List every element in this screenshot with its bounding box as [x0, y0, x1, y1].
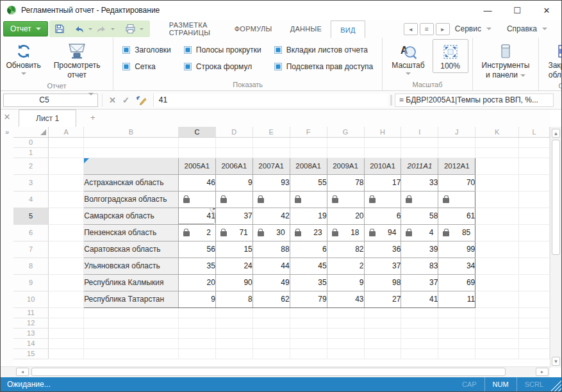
cell-K3[interactable]	[475, 174, 519, 191]
cell-F5[interactable]: 19	[290, 208, 327, 224]
cell-D11[interactable]	[215, 307, 252, 318]
cell-J8[interactable]: 34	[438, 257, 475, 274]
print-dropdown-icon[interactable]	[140, 28, 144, 30]
cell-C4[interactable]	[178, 191, 215, 208]
undo-dropdown-icon[interactable]	[88, 28, 92, 30]
checkbox-подсветка-прав-доступа[interactable]: Подсветка прав доступа	[274, 61, 374, 72]
scroll-left-icon[interactable]: ◂	[16, 368, 29, 376]
cell-F11[interactable]	[290, 307, 327, 318]
column-header-E[interactable]: E	[252, 127, 290, 137]
fill-handle[interactable]	[214, 223, 216, 225]
cell-F4[interactable]	[290, 191, 327, 208]
cell-E13[interactable]	[252, 328, 290, 338]
row-header-3[interactable]: 3	[13, 174, 49, 191]
row-header-9[interactable]: 9	[13, 274, 49, 291]
cell-I0[interactable]	[401, 137, 438, 147]
row-header-6[interactable]: 6	[13, 224, 49, 241]
checkbox-сетка[interactable]: Сетка	[122, 61, 171, 72]
cell-J1[interactable]	[438, 147, 475, 158]
cell-I8[interactable]: 83	[401, 257, 438, 274]
cell-C6[interactable]: 2	[178, 224, 215, 241]
cell-H12[interactable]	[364, 318, 401, 328]
selected-cell-C5[interactable]: 41▶	[178, 208, 215, 224]
cell-D8[interactable]: 24	[215, 257, 252, 274]
cell-I1[interactable]	[401, 147, 438, 158]
cell-D13[interactable]	[215, 328, 252, 338]
cell-F15[interactable]	[290, 348, 327, 359]
save-icon[interactable]	[54, 24, 65, 34]
cell-C7[interactable]: 56	[178, 241, 215, 257]
formula-input[interactable]: 41	[153, 94, 388, 107]
sheet-tab-active[interactable]: Лист 1	[19, 110, 76, 127]
cell-L15[interactable]	[519, 348, 550, 359]
ribbon-tab-формулы[interactable]: ФОРМУЛЫ	[226, 20, 281, 38]
column-header-H[interactable]: H	[364, 127, 401, 137]
cell-J5[interactable]: 61	[438, 208, 475, 224]
cell-G0[interactable]	[327, 137, 364, 147]
cell-F6[interactable]: 23	[290, 224, 327, 241]
cell-C13[interactable]	[178, 328, 215, 338]
cell-D14[interactable]	[215, 338, 252, 348]
cell-I4[interactable]	[401, 191, 438, 208]
cell-C10[interactable]: 9	[178, 291, 215, 307]
cell-F8[interactable]: 45	[290, 257, 327, 274]
cell-G11[interactable]	[327, 307, 364, 318]
cell-K9[interactable]	[475, 274, 519, 291]
region-name-cell[interactable]: Саратовская область	[84, 241, 179, 257]
row-header-5[interactable]: 5	[13, 208, 49, 224]
freeze-panes-button[interactable]: Закрепить области	[543, 39, 562, 81]
cell-A2[interactable]	[49, 158, 84, 174]
cell-H1[interactable]	[364, 147, 401, 158]
cell-J0[interactable]	[438, 137, 475, 147]
year-header-cell-2006A1[interactable]: 2006A1	[215, 158, 252, 174]
row-header-13[interactable]: 13	[13, 328, 49, 338]
cell-A7[interactable]	[49, 241, 84, 257]
row-header-14[interactable]: 14	[13, 338, 49, 348]
cell-A5[interactable]	[49, 208, 84, 224]
cell-L9[interactable]	[519, 274, 550, 291]
cell-G5[interactable]: 20	[327, 208, 364, 224]
cell-D10[interactable]: 8	[215, 291, 252, 307]
cell-A14[interactable]	[49, 338, 84, 348]
cell-A1[interactable]	[49, 147, 84, 158]
cell-H0[interactable]	[364, 137, 401, 147]
cell-A10[interactable]	[49, 291, 84, 307]
menu-сервис[interactable]: Сервис	[450, 24, 497, 33]
cell-H3[interactable]: 17	[364, 174, 401, 191]
checkbox-заголовки[interactable]: Заголовки	[122, 44, 171, 56]
cell-F13[interactable]	[290, 328, 327, 338]
cell-K0[interactable]	[475, 137, 519, 147]
cell-H5[interactable]: 6	[364, 208, 401, 224]
cell-B1[interactable]	[84, 147, 179, 158]
cell-J3[interactable]: 70	[438, 174, 475, 191]
horizontal-scrollbar[interactable]: ◂ ▸	[1, 366, 550, 377]
cell-J14[interactable]	[438, 338, 475, 348]
row-header-2[interactable]: 2	[13, 158, 49, 174]
cell-B15[interactable]	[84, 348, 179, 359]
cell-E3[interactable]: 93	[252, 174, 290, 191]
cell-B11[interactable]	[84, 307, 179, 318]
cell-K10[interactable]	[475, 291, 519, 307]
cell-G9[interactable]: 9	[327, 274, 364, 291]
cell-name-box[interactable]: C5	[3, 94, 98, 107]
column-header-K[interactable]: K	[475, 127, 519, 137]
region-name-cell[interactable]: Самарская область	[84, 208, 179, 224]
cell-F7[interactable]: 6	[290, 241, 327, 257]
cell-D5[interactable]: 37	[215, 208, 252, 224]
cell-K6[interactable]	[475, 224, 519, 241]
row-header-8[interactable]: 8	[13, 257, 49, 274]
cell-E15[interactable]	[252, 348, 290, 359]
cell-J7[interactable]: 99	[438, 241, 475, 257]
cell-E0[interactable]	[252, 137, 290, 147]
column-header-C[interactable]: C	[178, 127, 215, 137]
region-name-cell[interactable]: Пензенская область	[84, 224, 179, 241]
cell-A12[interactable]	[49, 318, 84, 328]
cell-G12[interactable]	[327, 318, 364, 328]
row-header-7[interactable]: 7	[13, 241, 49, 257]
cell-F1[interactable]	[290, 147, 327, 158]
print-icon[interactable]	[125, 24, 136, 34]
zoom-button[interactable]: A Масштаб	[386, 39, 429, 76]
row-header-4[interactable]: 4	[13, 191, 49, 208]
cell-action-button[interactable]: ▶	[210, 208, 216, 213]
cell-A11[interactable]	[49, 307, 84, 318]
